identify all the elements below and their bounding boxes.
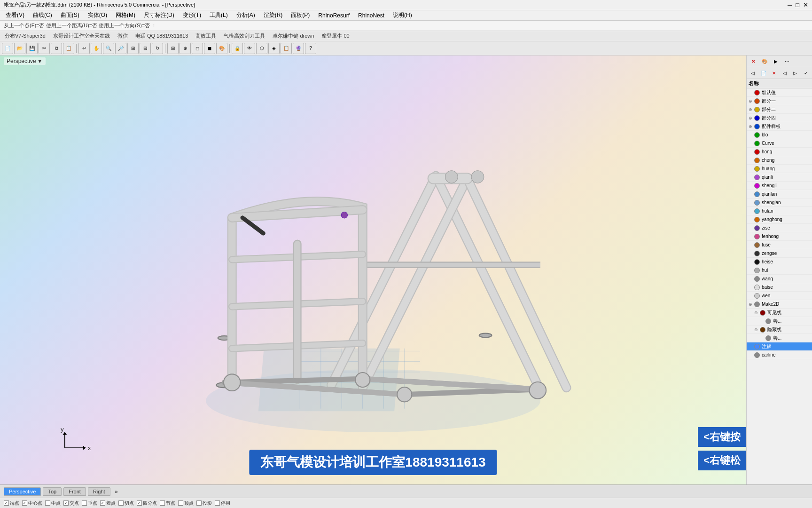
snap-quad-check[interactable]: [137, 500, 142, 506]
snap-project-check[interactable]: [196, 500, 202, 506]
tab-shaper3d[interactable]: 分布V7-Shaper3d: [2, 32, 48, 40]
snap-endpoint-check[interactable]: [4, 500, 9, 506]
snap-near[interactable]: 着点: [100, 500, 116, 507]
tool-help[interactable]: ?: [305, 43, 316, 54]
layer-item[interactable]: ⊕部分一: [747, 97, 812, 105]
tab-wechat[interactable]: 微信: [115, 32, 131, 40]
viewport-tab-right[interactable]: Right: [88, 487, 110, 496]
tool-wire[interactable]: ◻: [192, 43, 203, 54]
snap-tan[interactable]: 切点: [118, 500, 134, 507]
viewport-tab-top[interactable]: Top: [43, 487, 62, 496]
panel-more-btn[interactable]: ⋯: [782, 56, 792, 66]
layer-item[interactable]: shenglan: [747, 198, 812, 207]
snap-endpoint[interactable]: 端点: [4, 500, 19, 507]
minimize-button[interactable]: ─: [788, 1, 792, 8]
menu-solid[interactable]: 实体(O): [84, 10, 111, 20]
layer-item[interactable]: ⊕部分四: [747, 114, 812, 122]
snap-center[interactable]: 中心点: [22, 500, 42, 507]
tool-lock[interactable]: 🔒: [232, 43, 243, 54]
panel-delete-btn[interactable]: ✕: [770, 68, 779, 78]
layer-expand-icon[interactable]: ⊕: [749, 302, 753, 307]
tab-modern-rhino[interactable]: 摩登犀牛 00: [319, 32, 352, 40]
layer-item[interactable]: zengse: [747, 249, 812, 258]
panel-arrow-btn[interactable]: ◁: [749, 68, 757, 78]
menu-curve[interactable]: 曲线(C): [29, 10, 56, 20]
tool-zoom-ext[interactable]: ⊞: [127, 43, 139, 54]
layer-item[interactable]: hong: [747, 148, 812, 156]
snap-intersect-check[interactable]: [63, 500, 69, 506]
tab-phone[interactable]: 电话 QQ 18819311613: [133, 32, 191, 40]
layer-item[interactable]: baise: [747, 283, 812, 292]
layer-item[interactable]: hui: [747, 266, 812, 275]
tool-new[interactable]: 📄: [2, 43, 13, 54]
layer-item[interactable]: cheng: [747, 156, 812, 165]
layer-item[interactable]: fenhong: [747, 232, 812, 241]
snap-vertex[interactable]: 顶点: [178, 500, 194, 507]
menu-tools[interactable]: 工具(L): [206, 10, 232, 20]
viewport[interactable]: Perspective ▼: [0, 56, 746, 484]
menu-render[interactable]: 渲染(R): [260, 10, 287, 20]
layer-item[interactable]: 善...: [747, 334, 812, 342]
layer-item[interactable]: 默认值: [747, 88, 812, 97]
layer-expand-icon[interactable]: ⊕: [749, 99, 753, 103]
tool-rotate[interactable]: ↻: [152, 43, 163, 54]
snap-near-check[interactable]: [100, 500, 105, 506]
tab-tools[interactable]: 高效工具: [193, 32, 219, 40]
layer-item[interactable]: carline: [747, 351, 812, 359]
layer-item[interactable]: ⊕Make2D: [747, 300, 812, 309]
tool-open[interactable]: 📂: [14, 43, 25, 54]
tool-material[interactable]: 🔮: [293, 43, 304, 54]
layer-item[interactable]: wen: [747, 292, 812, 300]
snap-intersect[interactable]: 交点: [63, 500, 79, 507]
menu-panel[interactable]: 面板(P): [287, 10, 313, 20]
panel-collapse-btn[interactable]: ◁: [781, 68, 789, 78]
menu-view[interactable]: 查看(V): [2, 10, 28, 20]
tool-snap[interactable]: ⊕: [180, 43, 191, 54]
menu-rhinonest[interactable]: RhinoNest: [354, 11, 388, 20]
menu-mesh[interactable]: 网格(M): [112, 10, 139, 20]
panel-new-layer-btn[interactable]: 📄: [759, 68, 768, 78]
snap-knot-check[interactable]: [160, 500, 165, 506]
tool-paste[interactable]: 📋: [63, 43, 74, 54]
tool-save[interactable]: 💾: [26, 43, 38, 54]
snap-vertex-check[interactable]: [178, 500, 183, 506]
layer-item[interactable]: heise: [747, 258, 812, 266]
menu-rhinoresurf[interactable]: RhinoResurf: [314, 11, 353, 20]
layer-expand-icon[interactable]: ⊕: [754, 327, 759, 332]
tool-select[interactable]: ⬡: [256, 43, 267, 54]
layer-item[interactable]: zise: [747, 224, 812, 232]
layer-item[interactable]: ⊕可见线: [747, 309, 812, 317]
tool-object-props[interactable]: ◈: [268, 43, 280, 54]
viewport-tab-perspective[interactable]: Perspective: [4, 487, 41, 496]
tool-layer[interactable]: 📋: [281, 43, 292, 54]
layer-item[interactable]: huang: [747, 165, 812, 173]
layer-expand-icon[interactable]: ⊕: [749, 124, 753, 129]
snap-mid[interactable]: 中点: [45, 500, 61, 507]
tool-zoom-out[interactable]: 🔎: [115, 43, 126, 54]
menu-help[interactable]: 说明(H): [389, 10, 416, 20]
menu-analyze[interactable]: 分析(A): [233, 10, 259, 20]
snap-perp-check[interactable]: [82, 500, 87, 506]
layer-expand-icon[interactable]: ⊕: [749, 116, 753, 120]
snap-perp[interactable]: 垂点: [82, 500, 97, 507]
layer-item[interactable]: yanghong: [747, 215, 812, 224]
viewport-tab-front[interactable]: Front: [63, 487, 86, 496]
layer-item[interactable]: qianlan: [747, 190, 812, 198]
layer-item[interactable]: qianli: [747, 173, 812, 182]
snap-mid-check[interactable]: [45, 500, 50, 506]
layer-item[interactable]: hulan: [747, 207, 812, 215]
snap-project[interactable]: 投影: [196, 500, 212, 507]
layer-item[interactable]: 注解: [747, 342, 812, 351]
snap-center-check[interactable]: [22, 500, 27, 506]
layer-item[interactable]: blo: [747, 131, 812, 139]
snap-disable-check[interactable]: [215, 500, 220, 506]
tool-zoom-win[interactable]: ⊟: [140, 43, 151, 54]
tab-studio[interactable]: 东哥设计工作室全天在线: [50, 32, 113, 40]
tool-zoom-in[interactable]: 🔍: [103, 43, 114, 54]
layer-expand-icon[interactable]: ⊕: [754, 310, 759, 315]
panel-expand-btn[interactable]: ▷: [791, 68, 800, 78]
panel-check-btn[interactable]: ✓: [802, 68, 811, 78]
maximize-button[interactable]: □: [796, 1, 799, 8]
panel-close-btn[interactable]: ✕: [749, 56, 758, 66]
snap-knot[interactable]: 节点: [160, 500, 175, 507]
